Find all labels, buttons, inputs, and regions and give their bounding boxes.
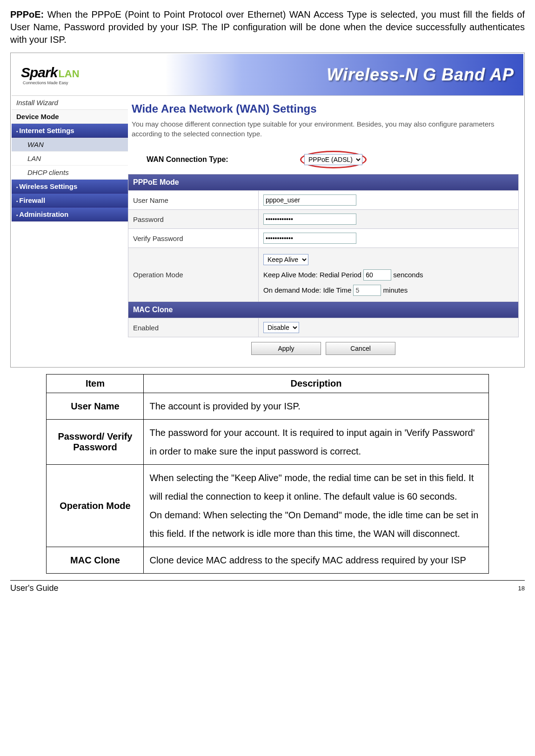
verify-password-label: Verify Password — [128, 229, 259, 248]
intro-prefix: PPPoE: — [10, 9, 44, 20]
username-label: User Name — [128, 191, 259, 210]
redial-period-input[interactable] — [363, 269, 391, 281]
nav-internet-settings[interactable]: Internet Settings — [12, 124, 128, 138]
logo-spark: Spark — [21, 65, 57, 80]
idle-time-input[interactable] — [353, 285, 381, 296]
operation-mode-label: Operation Mode — [128, 248, 259, 302]
sidebar-nav: Install Wizard Device Mode Internet Sett… — [12, 96, 128, 366]
username-input[interactable] — [263, 194, 356, 206]
nav-wireless-settings[interactable]: Wireless Settings — [12, 180, 128, 194]
footer-left: User's Guide — [10, 583, 58, 593]
banner-title: Wireless-N G Band AP — [327, 65, 514, 85]
nav-lan[interactable]: LAN — [12, 152, 128, 166]
wan-type-highlight: PPPoE (ADSL) — [300, 151, 367, 168]
mac-clone-section-header: MAC Clone — [128, 302, 519, 318]
description-table: Item Description User Name The account i… — [46, 374, 488, 574]
cancel-button[interactable]: Cancel — [326, 342, 395, 355]
desc-row-desc: The account is provided by your ISP. — [144, 393, 488, 420]
desc-row-desc: Clone device MAC address to the specify … — [144, 547, 488, 574]
ondemand-suffix: minutes — [383, 286, 408, 294]
nav-dhcp-clients[interactable]: DHCP clients — [12, 166, 128, 180]
logo: Spark LAN Connections Made Easy — [21, 65, 80, 85]
desc-row-item: Password/ Verify Password — [47, 420, 144, 465]
desc-row-desc: When selecting the "Keep Alive" mode, th… — [144, 465, 488, 547]
page-description: You may choose different connection type… — [128, 119, 519, 147]
apply-button[interactable]: Apply — [251, 342, 321, 355]
desc-row-desc: The password for your account. It is req… — [144, 420, 488, 465]
screenshot-panel: Spark LAN Connections Made Easy Wireless… — [10, 53, 525, 368]
banner: Spark LAN Connections Made Easy Wireless… — [12, 54, 523, 96]
desc-header-item: Item — [47, 375, 144, 393]
password-input[interactable] — [263, 214, 356, 225]
operation-mode-select[interactable]: Keep Alive — [263, 254, 308, 265]
page-title: Wide Area Network (WAN) Settings — [128, 100, 519, 119]
page-number: 18 — [518, 585, 525, 592]
mac-enabled-label: Enabled — [128, 318, 259, 337]
logo-lan: LAN — [58, 68, 79, 80]
logo-tagline: Connections Made Easy — [23, 80, 80, 85]
mac-enabled-select[interactable]: Disable — [263, 322, 299, 333]
page-footer: User's Guide 18 — [10, 580, 525, 593]
ondemand-prefix: On demand Mode: Idle Time — [263, 286, 351, 294]
desc-row-item: MAC Clone — [47, 547, 144, 574]
intro-body: When the PPPoE (Point to Point Protocol … — [10, 9, 525, 45]
wan-type-select[interactable]: PPPoE (ADSL) — [304, 154, 362, 165]
nav-administration[interactable]: Administration — [12, 207, 128, 221]
pppoe-section-header: PPPoE Mode — [128, 174, 519, 191]
nav-install-wizard[interactable]: Install Wizard — [12, 96, 128, 110]
desc-header-description: Description — [144, 375, 488, 393]
nav-firewall[interactable]: Firewall — [12, 194, 128, 207]
intro-paragraph: PPPoE: When the PPPoE (Point to Point Pr… — [10, 8, 525, 46]
desc-row-item: Operation Mode — [47, 465, 144, 547]
password-label: Password — [128, 210, 259, 229]
nav-device-mode[interactable]: Device Mode — [12, 110, 128, 124]
wan-type-label: WAN Connection Type: — [147, 155, 291, 164]
main-panel: Wide Area Network (WAN) Settings You may… — [128, 96, 523, 366]
keep-alive-prefix: Keep Alive Mode: Redial Period — [263, 271, 361, 279]
keep-alive-suffix: senconds — [393, 271, 423, 279]
pppoe-table: PPPoE Mode User Name Password Verify Pas… — [128, 174, 519, 337]
desc-row-item: User Name — [47, 393, 144, 420]
verify-password-input[interactable] — [263, 233, 356, 244]
nav-wan[interactable]: WAN — [12, 138, 128, 152]
